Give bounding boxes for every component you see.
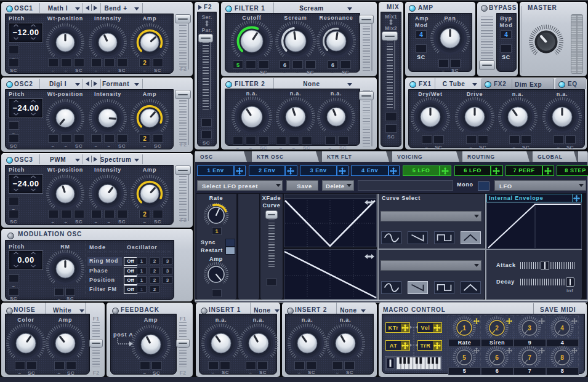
- svg-text:3: 3: [528, 325, 531, 332]
- svg-text:5: 5: [462, 354, 466, 361]
- svg-text:4: 4: [560, 325, 564, 332]
- svg-text:6: 6: [495, 354, 499, 361]
- svg-text:2: 2: [495, 325, 499, 332]
- svg-text:8: 8: [560, 354, 564, 361]
- svg-text:7: 7: [528, 354, 531, 361]
- svg-text:1: 1: [462, 325, 466, 332]
